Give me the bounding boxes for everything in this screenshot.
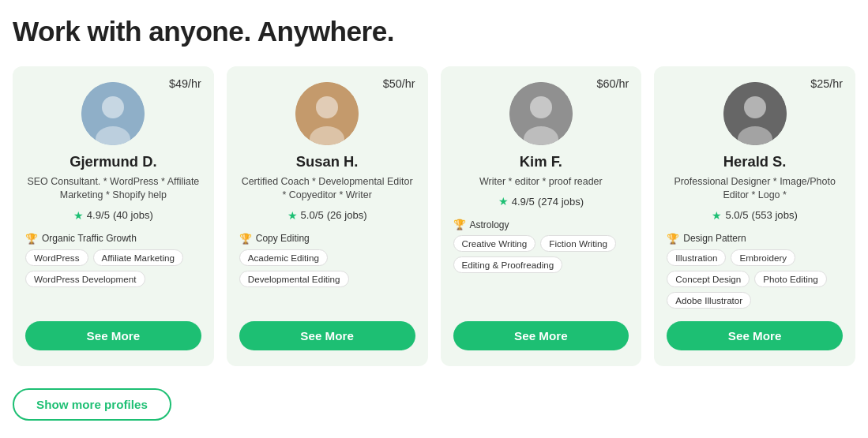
rating-value: 4.9/5 — [512, 196, 535, 208]
trophy-icon: 🏆 — [667, 233, 679, 245]
card-rating-kim: ★ 4.9/5 (274 jobs) — [498, 195, 584, 208]
avatar-susan — [295, 82, 359, 145]
see-more-button-gjermund[interactable]: See More — [25, 321, 201, 350]
see-more-button-susan[interactable]: See More — [239, 321, 415, 350]
card-susan: $50/hr Susan H.Certified Coach * Develop… — [227, 66, 428, 366]
featured-skill-row: 🏆 Astrology — [453, 219, 629, 230]
skill-tag: Illustration — [667, 249, 726, 266]
card-rate-kim: $60/hr — [596, 77, 629, 90]
skill-tag: Concept Design — [667, 271, 750, 287]
card-rate-gjermund: $49/hr — [169, 77, 201, 90]
card-desc-susan: Certified Coach * Developmental Editor *… — [239, 175, 415, 203]
skill-tag-row: WordPress Development — [25, 271, 201, 287]
avatar-gjermund — [81, 82, 145, 145]
trophy-icon: 🏆 — [239, 233, 252, 245]
trophy-icon: 🏆 — [25, 233, 38, 245]
skill-tag: WordPress — [25, 249, 88, 266]
skill-tag-row: Concept DesignPhoto Editing — [667, 271, 843, 287]
skill-tag: Embroidery — [731, 249, 795, 266]
skill-tag: Adobe Illustrator — [667, 292, 751, 309]
skill-tag-row: Adobe Illustrator — [667, 292, 843, 309]
skill-tag-row: Editing & Proofreading — [453, 256, 629, 273]
skill-tag-row: Academic EditingDevelopmental Editing — [239, 249, 415, 287]
card-skills-susan: 🏆 Copy Editing Academic EditingDevelopme… — [239, 233, 415, 287]
skill-tag: Academic Editing — [239, 249, 328, 266]
featured-skill-row: 🏆 Organic Traffic Growth — [25, 233, 201, 245]
skill-tag: Developmental Editing — [239, 271, 349, 287]
cards-container: $49/hr Gjermund D.SEO Consultant. * Word… — [13, 66, 855, 366]
trophy-icon: 🏆 — [453, 219, 466, 230]
card-name-herald: Herald S. — [723, 153, 787, 170]
jobs-count: (274 jobs) — [538, 196, 584, 208]
avatar-herald — [723, 82, 787, 145]
skill-tag: Fiction Writing — [540, 235, 616, 252]
see-more-button-herald[interactable]: See More — [667, 321, 843, 350]
rating-value: 5.0/5 — [725, 209, 748, 221]
jobs-count: (553 jobs) — [752, 209, 798, 221]
star-icon: ★ — [498, 195, 509, 208]
card-herald: $25/hr Herald S.Professional Designer * … — [654, 66, 855, 366]
star-icon: ★ — [712, 209, 722, 222]
featured-skill: 🏆 Copy Editing — [239, 233, 310, 245]
skill-tag-row: Creative WritingFiction Writing — [453, 235, 629, 252]
svg-point-4 — [316, 96, 338, 118]
featured-skill-row: 🏆 Copy Editing — [239, 233, 415, 245]
featured-skill: 🏆 Design Pattern — [667, 233, 746, 245]
card-name-susan: Susan H. — [296, 153, 359, 170]
card-skills-herald: 🏆 Design Pattern IllustrationEmbroideryC… — [667, 233, 843, 309]
card-desc-kim: Writer * editor * proof reader — [479, 175, 603, 189]
card-gjermund: $49/hr Gjermund D.SEO Consultant. * Word… — [13, 66, 214, 366]
card-name-gjermund: Gjermund D. — [70, 153, 156, 170]
svg-point-7 — [530, 96, 552, 118]
featured-skill-row: 🏆 Design Pattern — [667, 233, 843, 245]
star-icon: ★ — [73, 209, 84, 222]
jobs-count: (40 jobs) — [113, 209, 153, 221]
card-desc-herald: Professional Designer * Image/Photo Edit… — [667, 175, 843, 203]
skill-tag-row: WordPressAffiliate Marketing — [25, 249, 201, 266]
jobs-count: (26 jobs) — [327, 209, 367, 221]
see-more-button-kim[interactable]: See More — [453, 321, 629, 350]
card-name-kim: Kim F. — [520, 153, 562, 170]
svg-point-10 — [744, 96, 766, 118]
card-skills-kim: 🏆 Astrology Creative WritingFiction Writ… — [453, 219, 629, 273]
skill-tag: Photo Editing — [754, 271, 826, 287]
avatar-kim — [509, 82, 573, 145]
featured-skill: 🏆 Astrology — [453, 219, 509, 230]
card-rate-susan: $50/hr — [383, 77, 415, 90]
page-title: Work with anyone. Anywhere. — [13, 16, 855, 47]
card-desc-gjermund: SEO Consultant. * WordPress * Affiliate … — [25, 175, 201, 203]
svg-point-1 — [102, 96, 124, 118]
show-more-profiles-button[interactable]: Show more profiles — [13, 388, 171, 421]
rating-value: 5.0/5 — [301, 209, 324, 221]
skill-tag: Affiliate Marketing — [93, 249, 184, 266]
star-icon: ★ — [287, 209, 298, 222]
skill-tag: WordPress Development — [25, 271, 145, 287]
card-kim: $60/hr Kim F.Writer * editor * proof rea… — [441, 66, 642, 366]
card-rating-herald: ★ 5.0/5 (553 jobs) — [712, 209, 797, 222]
skill-tag: Creative Writing — [453, 235, 536, 252]
skill-tag: Editing & Proofreading — [453, 256, 563, 273]
skill-tag-row: IllustrationEmbroidery — [667, 249, 843, 266]
card-skills-gjermund: 🏆 Organic Traffic Growth WordPressAffili… — [25, 233, 201, 287]
rating-value: 4.9/5 — [87, 209, 110, 221]
card-rating-susan: ★ 5.0/5 (26 jobs) — [287, 209, 367, 222]
featured-skill: 🏆 Organic Traffic Growth — [25, 233, 137, 245]
card-rate-herald: $25/hr — [810, 77, 843, 90]
card-rating-gjermund: ★ 4.9/5 (40 jobs) — [73, 209, 153, 222]
